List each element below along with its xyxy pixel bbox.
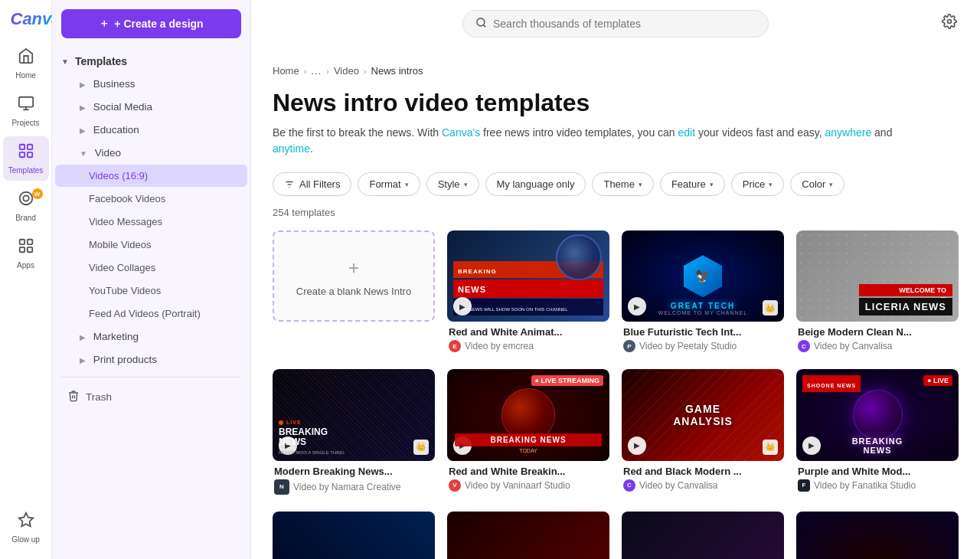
svg-rect-11: [19, 247, 24, 252]
breadcrumb-video[interactable]: Video: [334, 65, 359, 77]
create-design-button[interactable]: ＋ + Create a design: [61, 9, 241, 38]
filter-feature-button[interactable]: Feature ▾: [660, 172, 725, 196]
svg-point-7: [19, 192, 32, 205]
chevron-right-icon3: ▶: [80, 126, 86, 135]
template-info-4: Modern Breaking News... N Video by Namar…: [273, 461, 435, 499]
format-chevron-icon: ▾: [405, 181, 409, 188]
chevron-down-icon: ▼: [61, 57, 69, 66]
nav-subitem-facebook-videos[interactable]: Facebook Videos: [55, 188, 247, 210]
chevron-right-icon5: ▶: [80, 356, 86, 364]
author-avatar-5: V: [449, 479, 461, 492]
sidebar-item-projects[interactable]: Projects: [3, 89, 49, 133]
template-card-blue-tech[interactable]: 🦅 GREAT TECH WELCOME TO MY CHANNEL ▶ 👑 B…: [622, 230, 784, 357]
filter-color-button[interactable]: Color ▾: [790, 172, 844, 196]
filter-format-button[interactable]: Format ▾: [358, 172, 420, 196]
theme-chevron-icon: ▾: [639, 181, 642, 188]
template-card-modern-breaking[interactable]: LIVE BREAKINGNEWS NEVER MISS A SINGLE TH…: [273, 369, 435, 499]
nav-subitem-feed-ad-videos[interactable]: Feed Ad Videos (Portrait): [55, 302, 247, 325]
author-text-2: Video by Peetaly Studio: [639, 341, 737, 351]
template-name-1: Red and White Animat...: [449, 326, 608, 338]
chevron-right-icon2: ▶: [80, 103, 86, 112]
nav-trash-item[interactable]: Trash: [55, 384, 247, 410]
play-button-6: ▶: [628, 436, 646, 455]
svg-rect-6: [27, 152, 31, 157]
filter-theme-button[interactable]: Theme ▾: [592, 172, 653, 196]
filter-price-label: Price: [743, 178, 766, 190]
all-filters-button[interactable]: All Filters: [273, 172, 351, 196]
chevron-right-icon4: ▶: [80, 333, 86, 342]
content-area: Home › ... › Video › News intros News in…: [251, 47, 980, 559]
template-name-2: Blue Futuristic Tech Int...: [623, 326, 782, 338]
template-author-4: N Video by Namara Creative: [274, 479, 433, 495]
desc-highlight: Canva's: [442, 126, 480, 139]
sidebar-item-templates[interactable]: Templates: [3, 136, 49, 181]
nav-templates-header[interactable]: ▼ Templates: [52, 51, 250, 72]
nav-item-print-products[interactable]: ▶ Print products: [55, 348, 247, 371]
breadcrumb-home[interactable]: Home: [273, 65, 299, 77]
author-text-1: Video by emcrea: [465, 341, 534, 351]
template-info-3: Beige Modern Clean N... C Video by Canva…: [796, 322, 959, 357]
template-card-red-white-animated[interactable]: BREAKING NEWS KING NEWS WILL SHOW SOON O…: [447, 230, 609, 357]
svg-rect-10: [27, 240, 31, 244]
template-info-7: Purple and White Mod... F Video by Fanat…: [796, 461, 959, 496]
breadcrumb: Home › ... › Video › News intros: [273, 65, 959, 77]
sidebar-item-templates-label: Templates: [8, 166, 44, 175]
template-name-5: Red and White Breakin...: [449, 466, 608, 477]
template-card-game-analysis[interactable]: GAMEANALYSIS ▶ 👑 Red and Black Modern ..…: [622, 369, 784, 499]
filter-language-button[interactable]: My language only: [485, 172, 586, 196]
svg-rect-5: [19, 152, 24, 157]
nav-item-video[interactable]: ▼ Video: [55, 142, 247, 164]
desc-highlight2: edit: [678, 126, 696, 139]
desc-highlight4: anytime: [273, 142, 310, 155]
template-grid: ＋ Create a blank News Intro BREAKING: [273, 230, 959, 499]
filter-price-button[interactable]: Price ▾: [731, 172, 785, 196]
nav-subitem-facebook-label: Facebook Videos: [89, 193, 165, 204]
search-bar[interactable]: [462, 10, 769, 38]
top-bar: [251, 0, 980, 47]
breadcrumb-more[interactable]: ...: [311, 65, 322, 77]
template-count: 254 templates: [273, 207, 959, 218]
author-avatar-1: E: [449, 340, 461, 352]
desc-highlight3: anywhere: [825, 126, 871, 139]
template-card-purple-breaking[interactable]: SHOONE NEWS ● LIVE BREAKINGNEWS ▶ Purple…: [796, 369, 959, 499]
sidebar-item-home[interactable]: Home: [3, 41, 49, 86]
nav-subitem-video-messages-label: Video Messages: [89, 216, 162, 227]
nav-item-social-media[interactable]: ▶ Social Media: [55, 96, 247, 118]
trash-label: Trash: [86, 391, 112, 403]
template-card-red-breaking[interactable]: BREAKING NEWS TODAY ● LIVE STREAMING ▶ R…: [447, 369, 609, 499]
nav-subitem-youtube-videos[interactable]: YouTube Videos: [55, 280, 247, 302]
nav-item-business-label: Business: [93, 78, 136, 90]
nav-subitem-video-messages[interactable]: Video Messages: [55, 211, 247, 233]
sidebar-item-brand[interactable]: W Brand: [3, 184, 49, 228]
settings-button[interactable]: [937, 9, 962, 38]
template-author-1: E Video by emcrea: [449, 340, 608, 352]
sidebar-item-apps[interactable]: Apps: [3, 231, 49, 276]
template-card-liceria[interactable]: WELCOME TO LICERIA NEWS ▶ Beige Modern C…: [796, 230, 959, 357]
main-content: Home › ... › Video › News intros News in…: [251, 0, 980, 559]
feature-chevron-icon: ▾: [710, 181, 714, 188]
create-blank-label: Create a blank News Intro: [296, 286, 411, 297]
templates-icon: [18, 142, 34, 163]
breadcrumb-current: News intros: [371, 65, 423, 77]
create-blank-card[interactable]: ＋ Create a blank News Intro: [273, 230, 435, 357]
brand-badge: W: [32, 188, 43, 199]
nav-subitem-mobile-videos[interactable]: Mobile Videos: [55, 234, 247, 256]
filter-style-button[interactable]: Style ▾: [426, 172, 479, 196]
create-icon: ＋: [99, 17, 109, 31]
template-thumb-game-analysis: GAMEANALYSIS ▶ 👑: [622, 369, 784, 460]
nav-item-education[interactable]: ▶ Education: [55, 119, 247, 141]
search-input[interactable]: [493, 18, 756, 30]
crown-badge-6: 👑: [763, 440, 778, 455]
page-title: News intro video templates: [273, 89, 959, 117]
nav-item-marketing[interactable]: ▶ Marketing: [55, 325, 247, 348]
author-avatar-6: C: [623, 479, 635, 492]
nav-item-business[interactable]: ▶ Business: [55, 73, 247, 95]
template-info-5: Red and White Breakin... V Video by Vani…: [447, 461, 609, 496]
nav-subitem-videos-16-9[interactable]: Videos (16:9): [55, 165, 247, 187]
svg-rect-0: [18, 97, 32, 107]
author-avatar-2: P: [623, 340, 635, 352]
nav-subitem-video-collages[interactable]: Video Collages: [55, 257, 247, 279]
create-blank-thumb[interactable]: ＋ Create a blank News Intro: [273, 230, 435, 322]
live-badge-7: ● LIVE: [923, 375, 952, 386]
sidebar-item-glow-up[interactable]: Glow up: [3, 505, 49, 550]
